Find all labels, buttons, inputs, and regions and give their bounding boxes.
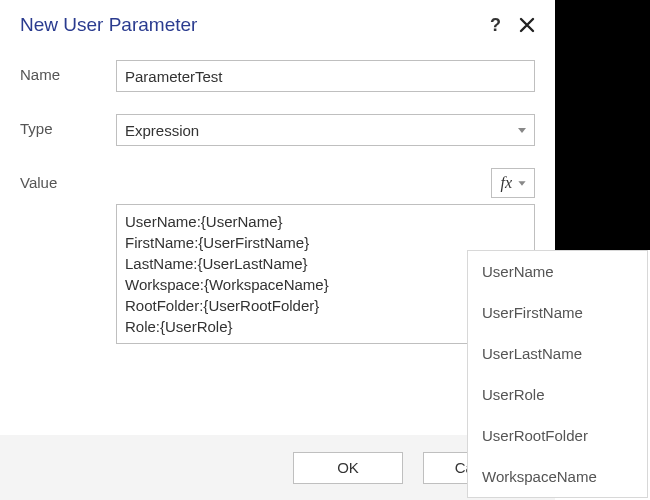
value-row: Value fx UserName:{UserName} FirstName:{… [20,168,535,344]
background-strip [555,0,650,250]
type-label: Type [20,114,116,137]
ok-button[interactable]: OK [293,452,403,484]
titlebar-actions: ? [490,16,535,34]
type-select[interactable]: Expression [116,114,535,146]
chevron-down-icon [518,181,525,186]
dropdown-item[interactable]: UserFirstName [468,292,647,333]
dropdown-item[interactable]: WorkspaceName [468,456,647,497]
dropdown-item[interactable]: UserLastName [468,333,647,374]
name-label: Name [20,60,116,83]
name-input[interactable] [116,60,535,92]
help-icon[interactable]: ? [490,16,501,34]
fx-button[interactable]: fx [491,168,535,198]
chevron-down-icon [518,128,526,133]
fx-dropdown-menu: UserName UserFirstName UserLastName User… [467,250,648,498]
name-row: Name [20,60,535,92]
fx-label: fx [500,174,512,192]
close-icon[interactable] [519,17,535,33]
type-select-value: Expression [125,122,199,139]
dropdown-item[interactable]: UserName [468,251,647,292]
titlebar: New User Parameter ? [0,0,555,42]
dropdown-item[interactable]: UserRootFolder [468,415,647,456]
value-label: Value [20,168,116,191]
type-row: Type Expression [20,114,535,146]
dialog-title: New User Parameter [20,14,490,36]
dropdown-item[interactable]: UserRole [468,374,647,415]
